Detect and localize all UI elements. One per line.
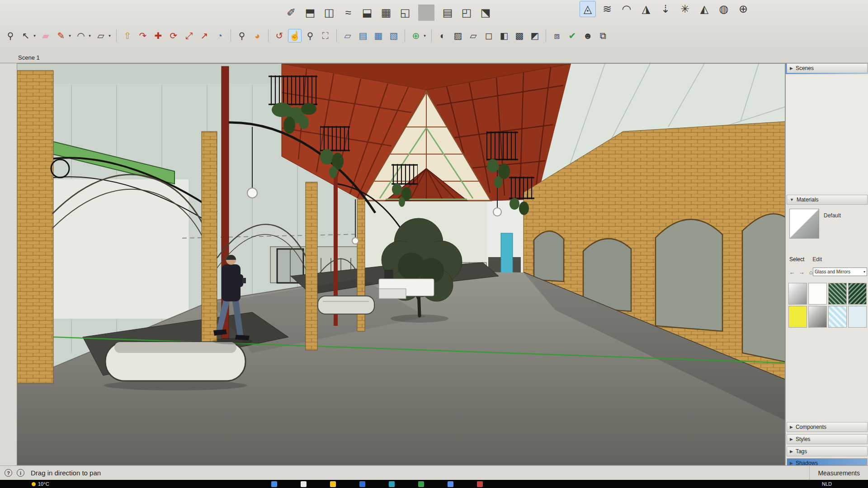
component-icon[interactable]: ⧉ (596, 29, 610, 42)
materials-nav: ← → ⌂ (788, 268, 815, 276)
pan-icon[interactable]: ☝ (288, 29, 302, 42)
shape-caret-icon[interactable]: ▾ (107, 29, 112, 42)
forward-icon[interactable]: → (798, 268, 805, 276)
measurements-box[interactable]: Measurements (809, 466, 868, 480)
section-fill-icon[interactable]: ▦ (372, 29, 385, 42)
outer-shell-icon[interactable]: ⊕ (735, 1, 751, 17)
zoom-extents-icon[interactable]: ⛶ (319, 29, 332, 42)
push-pull-icon[interactable]: ⇧ (121, 29, 134, 42)
materials-panel-header[interactable]: ▼ Materials (787, 195, 868, 205)
follow-me-icon[interactable]: ↷ (136, 29, 150, 42)
scene-tab[interactable]: Scene 1 (15, 54, 42, 61)
match-photo-icon[interactable]: ⧈ (550, 29, 564, 42)
tape-measure-icon[interactable]: ◔ (213, 29, 226, 42)
add-location-icon[interactable]: ⊕ (409, 29, 423, 42)
tab-select[interactable]: Select (789, 256, 804, 263)
collapse-arrow-icon: ▼ (790, 197, 794, 202)
select-caret-icon[interactable]: ▾ (32, 29, 37, 42)
white-swatch[interactable] (808, 283, 827, 305)
stamp-icon[interactable]: ▤ (439, 5, 456, 21)
material-name: Default (824, 212, 841, 219)
separator (418, 5, 434, 21)
face-me-icon[interactable]: ☻ (581, 29, 594, 42)
solid-intersect-icon[interactable]: ◫ (321, 5, 337, 21)
hidden-line-icon[interactable]: ◻ (482, 29, 495, 42)
line-caret-icon[interactable]: ▾ (67, 29, 72, 42)
solid-union-icon[interactable]: ⬒ (302, 5, 318, 21)
panel-scenes[interactable]: ▶ Scenes (787, 63, 868, 73)
zoom-icon[interactable]: ⚲ (4, 29, 17, 42)
zoom-window-icon[interactable]: ⚲ (235, 29, 249, 42)
taskbar-app-icon[interactable] (271, 481, 277, 487)
sandbox-drape-icon[interactable]: ⇣ (657, 1, 674, 17)
select-tool-icon[interactable]: ↖ (19, 29, 33, 42)
rotate-icon[interactable]: ⟳ (167, 29, 180, 42)
drape-icon[interactable]: ◰ (458, 5, 475, 21)
separator (405, 29, 405, 42)
solid-trim-icon[interactable]: ▦ (378, 5, 394, 21)
solid-subtract-icon[interactable]: ⬓ (359, 5, 375, 21)
material-preview-thumbnail[interactable] (789, 209, 819, 239)
viewport-3d[interactable] (17, 63, 785, 465)
validate-icon[interactable]: ✔ (566, 29, 579, 42)
panel-tags[interactable]: ▶ Tags (787, 446, 868, 456)
default-gradient-swatch[interactable] (788, 283, 807, 305)
paint-bucket-icon[interactable]: ◕ (250, 29, 264, 42)
instructor-icon[interactable]: ✐ (283, 5, 299, 21)
sandbox-smoove-icon[interactable]: ◠ (618, 1, 635, 17)
yellow-swatch[interactable] (788, 306, 807, 328)
move-icon[interactable]: ✚ (151, 29, 165, 42)
taskbar-app-icon[interactable] (301, 481, 307, 487)
monochrome-icon[interactable]: ◩ (528, 29, 542, 42)
glass-green-swatch[interactable] (828, 283, 847, 305)
zoom-tool-icon[interactable]: ⚲ (303, 29, 317, 42)
glass-blue-swatch[interactable] (828, 306, 847, 328)
taskbar-weather[interactable]: 10°C (32, 481, 49, 487)
arc-caret-icon[interactable]: ▾ (87, 29, 92, 42)
taskbar-app-icon[interactable] (330, 481, 336, 487)
solid-split-icon[interactable]: ◱ (397, 5, 413, 21)
glass-green-2-swatch[interactable] (848, 283, 867, 305)
taskbar-app-icon[interactable] (477, 481, 483, 487)
location-caret-icon[interactable]: ▾ (422, 29, 427, 42)
back-edges-icon[interactable]: ▨ (451, 29, 465, 42)
expand-arrow-icon: ▶ (790, 425, 793, 429)
tab-edit[interactable]: Edit (812, 256, 822, 263)
gray-gradient-swatch[interactable] (808, 306, 827, 328)
tray-panel-label: Components (796, 424, 826, 430)
taskbar-app-icon[interactable] (359, 481, 365, 487)
back-icon[interactable]: ← (788, 268, 796, 276)
sandbox-from-scratch-icon[interactable]: ≋ (599, 1, 615, 17)
section-display-icon[interactable]: ▧ (387, 29, 401, 42)
smoove-icon[interactable]: ≈ (340, 5, 356, 21)
soften-edges-icon[interactable]: ◍ (716, 1, 732, 17)
shape-tool-icon[interactable]: ▱ (94, 29, 108, 42)
add-detail-icon[interactable]: ✳ (677, 1, 693, 17)
section-plane-icon[interactable]: ▱ (341, 29, 354, 42)
eraser-icon[interactable]: ▰ (39, 29, 52, 42)
info-icon[interactable]: i (17, 469, 24, 477)
section-cuts-icon[interactable]: ▤ (356, 29, 370, 42)
taskbar-app-icon[interactable] (448, 481, 453, 487)
taskbar-language[interactable]: NLD (822, 481, 832, 487)
wireframe-icon[interactable]: ▱ (467, 29, 480, 42)
orbit-icon[interactable]: ↺ (273, 29, 286, 42)
panel-styles[interactable]: ▶ Styles (787, 434, 868, 444)
arc-tool-icon[interactable]: ◠ (74, 29, 88, 42)
sandbox-stamp-icon[interactable]: ◮ (638, 1, 654, 17)
offset-icon[interactable]: ↗ (198, 29, 211, 42)
xray-icon[interactable]: ◐ (436, 29, 449, 42)
sandbox-from-contours-icon[interactable]: ◬ (580, 1, 596, 17)
scale-icon[interactable]: ⤢ (182, 29, 196, 42)
glass-light-swatch[interactable] (848, 306, 867, 328)
material-collection-dropdown[interactable]: Glass and Mirrors ▾ (813, 267, 867, 276)
flip-edge-icon[interactable]: ⬔ (477, 5, 494, 21)
help-icon[interactable]: ? (5, 469, 12, 477)
sandbox-flip-edge-icon[interactable]: ◭ (696, 1, 712, 17)
taskbar-app-icon[interactable] (389, 481, 395, 487)
shaded-icon[interactable]: ◧ (497, 29, 511, 42)
panel-components[interactable]: ▶ Components (787, 422, 868, 432)
line-tool-icon[interactable]: ✎ (54, 29, 68, 42)
taskbar-app-icon[interactable] (418, 481, 424, 487)
shaded-textures-icon[interactable]: ▩ (513, 29, 526, 42)
